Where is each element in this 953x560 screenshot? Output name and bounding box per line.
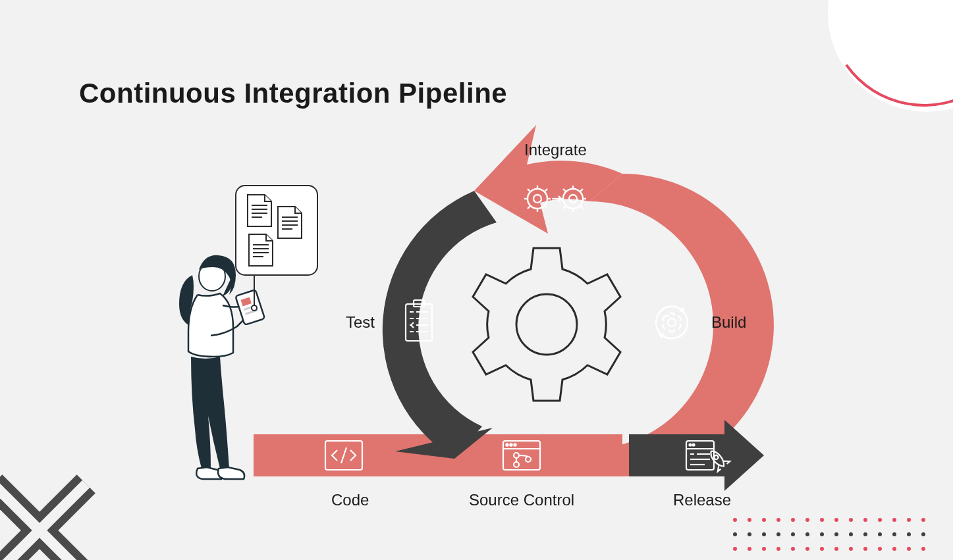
svg-point-38 [693, 444, 695, 446]
svg-point-47 [252, 305, 257, 311]
pipeline-diagram [0, 0, 953, 560]
label-build: Build [711, 313, 746, 332]
svg-point-1 [516, 294, 577, 355]
label-integrate: Integrate [524, 141, 587, 159]
svg-point-37 [690, 444, 692, 446]
loop-left-dark [383, 191, 497, 459]
label-release: Release [673, 491, 731, 509]
label-test: Test [346, 313, 375, 332]
person-illustration [179, 255, 265, 479]
svg-point-5 [506, 444, 508, 445]
svg-point-12 [668, 318, 676, 326]
build-icon [656, 306, 688, 339]
dot-grid-decoration [733, 518, 927, 552]
center-gear-icon [473, 248, 620, 401]
svg-line-20 [545, 206, 547, 209]
label-code: Code [331, 491, 369, 509]
svg-point-6 [510, 444, 512, 445]
svg-line-32 [563, 206, 566, 209]
svg-point-7 [514, 444, 516, 445]
label-source-control: Source Control [469, 491, 574, 509]
svg-line-30 [580, 206, 583, 209]
